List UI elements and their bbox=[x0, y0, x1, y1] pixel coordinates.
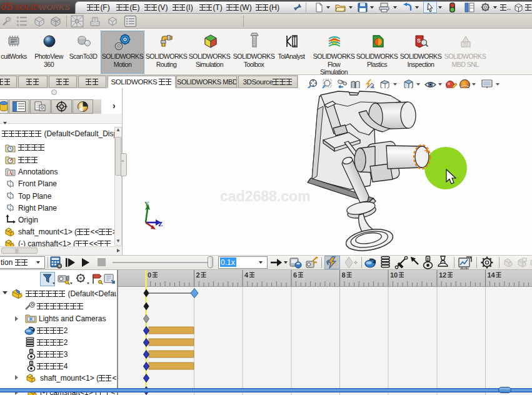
svg-text:4: 4 bbox=[244, 271, 249, 279]
svg-text:6: 6 bbox=[293, 271, 297, 279]
svg-text:Y: Y bbox=[144, 201, 149, 208]
svg-text:14: 14 bbox=[488, 271, 496, 279]
svg-text:0: 0 bbox=[148, 271, 151, 279]
svg-text:Z: Z bbox=[158, 220, 163, 228]
svg-text:12: 12 bbox=[439, 271, 446, 279]
svg-text:8: 8 bbox=[342, 271, 346, 279]
svg-text:S: S bbox=[417, 38, 421, 44]
svg-text:A: A bbox=[9, 171, 13, 176]
svg-text:10: 10 bbox=[390, 271, 398, 279]
svg-text:2: 2 bbox=[196, 271, 200, 279]
svg-text:cad2688.com: cad2688.com bbox=[220, 188, 310, 204]
